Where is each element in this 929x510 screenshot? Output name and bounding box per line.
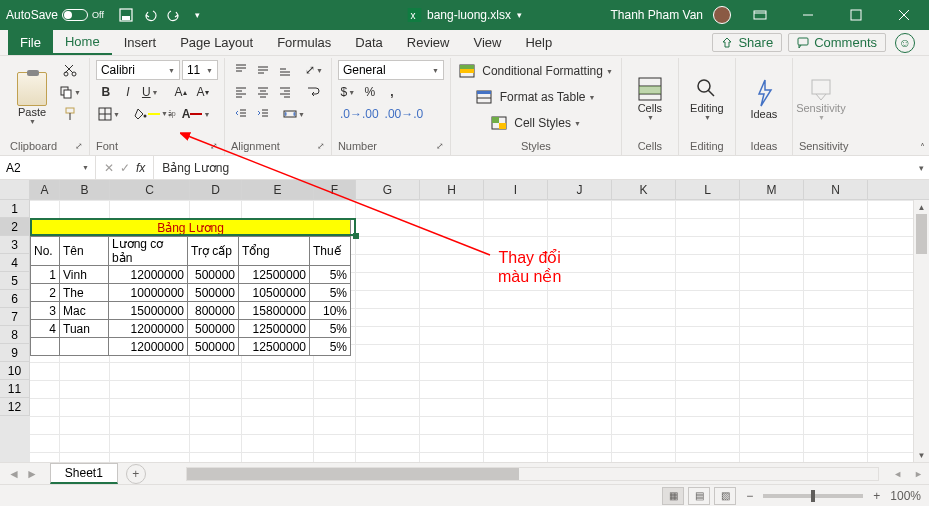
close-button[interactable] [885,0,923,30]
feedback-button[interactable]: ☺ [895,33,915,53]
select-all-corner[interactable] [0,180,30,199]
grow-font-button[interactable]: A▴ [171,82,191,102]
tab-home[interactable]: Home [53,30,112,55]
table-cell[interactable]: 15800000 [239,302,310,320]
autosave-toggle[interactable]: AutoSave Off [6,8,104,22]
enter-formula-icon[interactable]: ✓ [120,161,130,175]
name-box[interactable]: A2▼ [0,156,96,179]
table-cell[interactable] [31,338,60,356]
column-header[interactable]: G [356,180,420,199]
cut-button[interactable] [57,60,83,80]
tab-page-layout[interactable]: Page Layout [168,30,265,55]
table-cell[interactable]: 12500000 [239,338,310,356]
align-center-button[interactable] [253,82,273,102]
table-cell[interactable]: 500000 [188,338,239,356]
align-bottom-button[interactable] [275,60,295,80]
increase-indent-button[interactable] [253,104,273,124]
table-cell[interactable]: 10% [310,302,351,320]
column-header[interactable]: B [60,180,110,199]
font-size-combo[interactable]: 11▼ [182,60,218,80]
column-header[interactable]: E [242,180,314,199]
borders-button[interactable]: ▼ [96,104,122,124]
merge-center-button[interactable]: ▼ [281,104,307,124]
ribbon-display-button[interactable] [741,0,779,30]
column-header[interactable]: C [110,180,190,199]
font-name-combo[interactable]: Calibri▼ [96,60,180,80]
shrink-font-button[interactable]: A▾ [193,82,213,102]
table-cell[interactable]: 1 [31,266,60,284]
new-sheet-button[interactable]: + [126,464,146,484]
tab-insert[interactable]: Insert [112,30,169,55]
column-header[interactable]: H [420,180,484,199]
decrease-indent-button[interactable] [231,104,251,124]
copy-button[interactable]: ▼ [57,82,83,102]
fill-color-button[interactable]: ▼ập [132,104,178,124]
italic-button[interactable]: I [118,82,138,102]
row-header[interactable]: 12 [0,398,30,416]
table-cell[interactable]: Mac [60,302,109,320]
row-header[interactable]: 6 [0,290,30,308]
align-left-button[interactable] [231,82,251,102]
table-cell[interactable]: 5% [310,338,351,356]
comma-format-button[interactable]: , [382,82,402,102]
table-cell[interactable]: Vinh [60,266,109,284]
sheet-nav-prev[interactable]: ◄ [8,467,20,481]
row-header[interactable]: 7 [0,308,30,326]
bold-button[interactable]: B [96,82,116,102]
row-header[interactable]: 1 [0,200,30,218]
table-cell[interactable] [60,338,109,356]
sheet-tab[interactable]: Sheet1 [50,463,118,484]
column-header[interactable]: J [548,180,612,199]
undo-button[interactable] [142,7,158,23]
column-header[interactable]: M [740,180,804,199]
font-launcher[interactable]: ⤢ [210,141,218,151]
row-header[interactable]: 10 [0,362,30,380]
table-header-cell[interactable]: No. [31,237,60,266]
table-cell[interactable]: 2 [31,284,60,302]
row-header[interactable]: 9 [0,344,30,362]
column-header[interactable]: A [30,180,60,199]
number-launcher[interactable]: ⤢ [436,141,444,151]
scroll-up-icon[interactable]: ▲ [914,200,929,214]
worksheet-grid[interactable]: ABCDEFGHIJKLMN 123456789101112 Bảng Lươn… [0,180,929,462]
page-layout-view-button[interactable]: ▤ [688,487,710,505]
scroll-down-icon[interactable]: ▼ [914,448,929,462]
maximize-button[interactable] [837,0,875,30]
column-header[interactable]: I [484,180,548,199]
column-header[interactable]: K [612,180,676,199]
row-header[interactable]: 3 [0,236,30,254]
table-cell[interactable]: 10500000 [239,284,310,302]
collapse-ribbon-button[interactable]: ˄ [920,142,925,153]
row-header[interactable]: 8 [0,326,30,344]
hscroll-right[interactable]: ► [908,469,929,479]
table-header-cell[interactable]: Trợ cấp [188,237,239,266]
table-header-cell[interactable]: Lương cơ bản [109,237,188,266]
font-color-button[interactable]: A▼ [180,104,213,124]
cell-styles-button[interactable]: Cell Styles▼ [457,112,615,134]
expand-formula-bar[interactable]: ▾ [913,156,929,179]
cells-button[interactable]: Cells▼ [628,60,672,137]
cancel-formula-icon[interactable]: ✕ [104,161,114,175]
save-button[interactable] [118,7,134,23]
merged-title-cell[interactable]: Bảng Lương [31,219,351,237]
table-cell[interactable]: 500000 [188,284,239,302]
share-button[interactable]: Share [712,33,782,52]
hscroll-left[interactable]: ◄ [887,469,908,479]
table-header-cell[interactable]: Thuế [310,237,351,266]
table-cell[interactable]: 12000000 [109,266,188,284]
increase-decimal-button[interactable]: .0→.00 [338,104,381,124]
row-header[interactable]: 2 [0,218,30,236]
user-avatar[interactable] [713,6,731,24]
orientation-button[interactable]: ⤢▼ [303,60,325,80]
clipboard-launcher[interactable]: ⤢ [75,141,83,151]
table-header-cell[interactable]: Tổng [239,237,310,266]
align-middle-button[interactable] [253,60,273,80]
table-cell[interactable]: 12000000 [109,320,188,338]
format-painter-button[interactable] [57,104,83,124]
row-header[interactable]: 11 [0,380,30,398]
format-as-table-button[interactable]: Format as Table▼ [457,86,615,108]
tab-help[interactable]: Help [513,30,564,55]
conditional-formatting-button[interactable]: Conditional Formatting▼ [457,60,615,82]
redo-button[interactable] [166,7,182,23]
align-right-button[interactable] [275,82,295,102]
